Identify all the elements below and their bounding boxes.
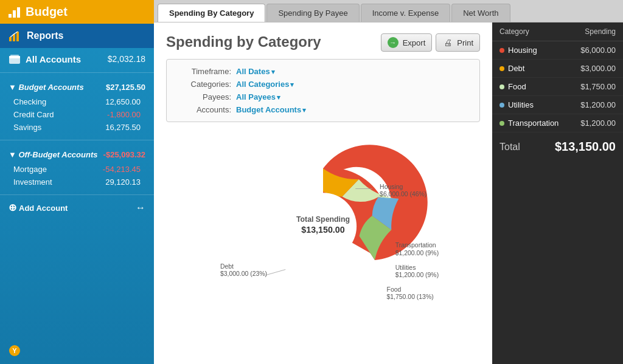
svg-line-13	[265, 270, 285, 276]
account-row-credit-card[interactable]: Credit Card -1,800.00	[0, 108, 154, 121]
svg-rect-3	[9, 37, 12, 41]
account-row-savings[interactable]: Savings 16,275.50	[0, 121, 154, 134]
add-account-button[interactable]: ⊕ Add Account	[9, 203, 68, 213]
transportation-dot	[499, 121, 504, 126]
checking-amount: 12,650.00	[105, 97, 141, 106]
export-button[interactable]: → Export	[381, 33, 433, 52]
debt-category-name: Debt	[499, 64, 580, 73]
utilities-category-name: Utilities	[499, 100, 580, 109]
chart-center-label2: $13,150.00	[301, 225, 344, 235]
all-accounts-row[interactable]: All Accounts $2,032.18	[0, 48, 154, 70]
svg-rect-1	[13, 10, 16, 18]
transportation-chart-label: Transportation	[395, 242, 436, 249]
divider-3	[0, 194, 154, 195]
reports-label: Reports	[27, 30, 63, 41]
budget-accounts-group: ▼ Budget Accounts $27,125.50 Checking 12…	[0, 75, 154, 137]
accounts-dropdown[interactable]: Budget Accounts	[236, 105, 306, 114]
transportation-name: Transportation	[508, 118, 559, 128]
off-budget-title: ▼ Off-Budget Accounts	[9, 150, 97, 159]
transportation-amount: $1,200.00	[580, 118, 616, 128]
export-label: Export	[403, 38, 426, 47]
investment-label: Investment	[13, 177, 52, 187]
divider-2	[0, 140, 154, 140]
food-name: Food	[508, 82, 526, 91]
budget-accounts-total: $27,125.50	[106, 83, 145, 92]
svg-text:Y: Y	[12, 347, 17, 354]
utilities-dot	[499, 103, 504, 108]
off-budget-accounts-header[interactable]: ▼ Off-Budget Accounts -$25,093.32	[0, 146, 154, 163]
mortgage-amount: -54,213.45	[103, 165, 141, 174]
plus-icon: ⊕	[9, 203, 16, 213]
sidebar: Budget Reports All Accounts $2,032.18	[0, 0, 154, 364]
divider-1	[0, 72, 154, 73]
debt-dot	[499, 66, 504, 71]
category-row-food[interactable]: Food $1,750.00	[492, 78, 623, 96]
food-category-name: Food	[499, 82, 580, 91]
report-panel: Spending by Category → Export 🖨 Print	[154, 22, 492, 364]
tabs-bar: Spending By Category Spending By Payee I…	[154, 0, 623, 22]
utilities-chart-amount: $1,200.00 (9%)	[395, 272, 439, 278]
accounts-label: Accounts:	[176, 105, 231, 114]
svg-rect-8	[10, 55, 19, 57]
all-accounts-label: All Accounts	[26, 54, 81, 64]
tab-net-worth[interactable]: Net Worth	[451, 4, 510, 22]
svg-rect-5	[16, 32, 19, 41]
food-chart-amount: $1,750.00 (13%)	[387, 294, 434, 300]
add-account-row[interactable]: ⊕ Add Account ↔	[0, 197, 154, 218]
print-button[interactable]: 🖨 Print	[436, 33, 480, 52]
debt-name: Debt	[508, 64, 524, 73]
housing-dot	[499, 48, 504, 53]
food-amount: $1,750.00	[580, 82, 616, 91]
filter-box: Timeframe: All Dates Categories: All Cat…	[166, 59, 480, 122]
category-row-housing[interactable]: Housing $6,000.00	[492, 41, 623, 60]
account-row-investment[interactable]: Investment 29,120.13	[0, 176, 154, 188]
svg-rect-2	[17, 7, 20, 18]
budget-accounts-header[interactable]: ▼ Budget Accounts $27,125.50	[0, 79, 154, 95]
payees-dropdown[interactable]: All Payees	[236, 92, 280, 101]
category-row-utilities[interactable]: Utilities $1,200.00	[492, 96, 623, 114]
housing-category-name: Housing	[499, 46, 580, 55]
tab-income-v-expense[interactable]: Income v. Expense	[361, 4, 451, 22]
payees-filter-row: Payees: All Payees	[176, 92, 470, 101]
total-row: Total $13,150.00	[492, 132, 623, 161]
mortgage-label: Mortgage	[13, 165, 47, 174]
total-label: Total	[499, 142, 520, 153]
investment-amount: 29,120.13	[105, 177, 141, 187]
print-icon: 🖨	[442, 37, 453, 48]
category-row-debt[interactable]: Debt $3,000.00	[492, 60, 623, 78]
tab-spending-by-category[interactable]: Spending By Category	[158, 4, 265, 22]
housing-name: Housing	[508, 46, 537, 55]
account-row-checking[interactable]: Checking 12,650.00	[0, 95, 154, 108]
off-budget-accounts-group: ▼ Off-Budget Accounts -$25,093.32 Mortga…	[0, 143, 154, 192]
chart-center-label1: Total Spending	[296, 215, 350, 224]
categories-dropdown[interactable]: All Categories	[236, 80, 294, 89]
add-account-label: Add Account	[19, 204, 68, 213]
report-toolbar: → Export 🖨 Print	[381, 33, 480, 52]
utilities-name: Utilities	[508, 100, 534, 109]
svg-rect-0	[9, 14, 12, 18]
category-row-transportation[interactable]: Transportation $1,200.00	[492, 114, 623, 132]
content-area: Spending by Category → Export 🖨 Print	[154, 22, 623, 364]
export-icon: →	[388, 37, 399, 48]
budget-accounts-title: ▼ Budget Accounts	[9, 83, 84, 92]
housing-chart-label: Housing	[380, 184, 403, 190]
sidebar-item-reports[interactable]: Reports	[0, 24, 154, 48]
sidebar-header[interactable]: Budget	[0, 0, 154, 24]
utilities-amount: $1,200.00	[580, 100, 616, 109]
debt-chart-label: Debt	[220, 263, 234, 270]
sidebar-footer: Y	[0, 340, 154, 364]
housing-chart-amount: $6,000.00 (46%)	[380, 191, 426, 197]
col-category-label: Category	[499, 27, 529, 36]
timeframe-dropdown[interactable]: All Dates	[236, 67, 275, 76]
tab-spending-by-payee[interactable]: Spending By Payee	[266, 4, 359, 22]
col-spending-label: Spending	[585, 27, 616, 36]
accounts-filter-row: Accounts: Budget Accounts	[176, 105, 470, 114]
food-dot	[499, 84, 504, 89]
right-panel: Category Spending Housing $6,000.00 Debt	[492, 22, 623, 364]
reports-icon	[9, 30, 21, 42]
transportation-category-name: Transportation	[499, 118, 580, 128]
account-row-mortgage[interactable]: Mortgage -54,213.45	[0, 163, 154, 176]
credit-card-amount: -1,800.00	[107, 110, 141, 119]
housing-amount: $6,000.00	[580, 46, 616, 55]
resize-icon: ↔	[136, 202, 145, 213]
